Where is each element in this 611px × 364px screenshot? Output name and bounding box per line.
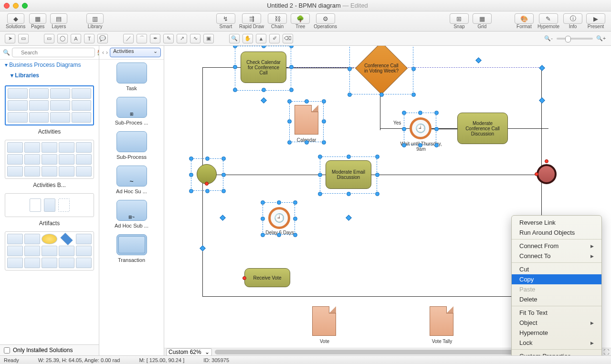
zoom-in-icon[interactable]: 🔍+ — [596, 34, 606, 43]
bpmn-task-moderate-call[interactable]: Moderate Conference Call Discussion — [457, 113, 508, 144]
toolbar-layers[interactable]: ▤Layers — [50, 13, 67, 29]
toolbar-tree[interactable]: 🌳Tree — [291, 13, 310, 29]
fit-page-icon[interactable]: ⛶ — [601, 349, 611, 355]
only-installed-checkbox[interactable]: Only Installed Solutions — [0, 344, 99, 355]
toolbar-library[interactable]: ▥Library — [86, 13, 104, 29]
shape-adhoc-sub[interactable]: ⊞~Ad Hoc Sub ... — [99, 197, 164, 231]
zoom-slider[interactable] — [557, 38, 593, 40]
zoom-dropdown[interactable]: Custom 62%⌄ — [166, 348, 212, 356]
lasso-tool-icon[interactable]: ▭ — [18, 34, 29, 43]
arc-tool-icon[interactable]: ⌒ — [137, 34, 147, 43]
tree-icon: 🌳 — [291, 13, 310, 24]
toolbar-info[interactable]: ⓘInfo — [563, 13, 582, 29]
ctx-connect-to[interactable]: Connect To — [512, 251, 601, 261]
text-tool-icon[interactable]: A — [71, 34, 81, 43]
bpmn-task-receive-vote[interactable]: Receive Vote — [244, 268, 290, 287]
canvas-scrollbar-h[interactable] — [215, 350, 544, 354]
bpmn-end-event[interactable] — [537, 164, 557, 184]
toolbar-hypernote[interactable]: ✎Hypernote — [537, 13, 559, 29]
status-id: ID: 305975 — [203, 357, 229, 363]
solutions-icon: ◆ — [7, 13, 24, 24]
lib-label-artifacts: Artifacts — [5, 220, 94, 227]
stamp-tool-icon[interactable]: ▲ — [256, 34, 266, 43]
only-installed-input[interactable] — [4, 347, 10, 354]
toolbar-present[interactable]: ▶Present — [586, 13, 605, 29]
ctx-lock[interactable]: Lock — [512, 338, 601, 348]
ctx-custom-properties[interactable]: Custom Properties... — [512, 351, 601, 355]
callout-tool-icon[interactable]: 💬 — [97, 34, 108, 43]
shape-subprocess[interactable]: Sub-Process — [99, 128, 164, 163]
grid-icon: ▦ — [473, 13, 492, 24]
toolbar-pages[interactable]: ▦Pages — [29, 13, 46, 29]
toolbar-grid[interactable]: ▦Grid — [473, 13, 492, 29]
toolbar-format[interactable]: 🎨Format — [515, 13, 534, 29]
close-icon[interactable] — [4, 3, 10, 9]
ctx-paste: Paste — [512, 284, 601, 294]
pencil-tool-icon[interactable]: ✎ — [163, 34, 174, 43]
pen-tool-icon[interactable]: ✒ — [150, 34, 160, 43]
window-title: Untitled 2 - BPMN diagram — Edited — [28, 2, 607, 9]
tool-strip: ➤ ▭ ▭ ◯ A T 💬 ／ ⌒ ✒ ✎ ↗ ∿ ▣ 🔍 ✋ ▲ ✐ ⌫ 🔍-… — [0, 31, 611, 46]
bpmn-doc-calendar[interactable] — [295, 105, 318, 135]
zoom-out-icon[interactable]: 🔍- — [543, 34, 554, 43]
pointer-tool-icon[interactable]: ➤ — [5, 34, 15, 43]
bpmn-doc-vote[interactable] — [312, 306, 336, 336]
bpmn-timer-delay[interactable] — [268, 207, 290, 229]
shape-transaction[interactable]: Transaction — [99, 231, 164, 266]
hand-tool-icon[interactable]: ✋ — [242, 34, 253, 43]
toolbar-rapid-draw[interactable]: ⇶Rapid Draw — [239, 13, 264, 29]
shape-subprocess-collapsed[interactable]: ⊞Sub-Proces ... — [99, 94, 164, 128]
ctx-fit-to-text[interactable]: Fit To Text — [512, 308, 601, 318]
search-input[interactable] — [12, 48, 95, 57]
bpmn-task-moderate-email[interactable]: Moderate Email Discussion — [326, 160, 371, 189]
status-ready: Ready — [4, 357, 19, 363]
ctx-connect-from[interactable]: Connect From — [512, 241, 601, 251]
ctx-copy[interactable]: Copy — [512, 274, 601, 284]
context-menu: Reverse Link Run Around Objects Connect … — [511, 215, 602, 355]
shape-adhoc-collapsed[interactable]: ~Ad Hoc Su ... — [99, 163, 164, 197]
nav-back-icon[interactable]: ‹ — [102, 49, 104, 56]
canvas-wrap: Check Calendar for Conference Call Confe… — [164, 46, 611, 355]
line-tool-icon[interactable]: ／ — [123, 34, 134, 43]
lib-card-artifacts-1[interactable] — [5, 193, 94, 217]
maximize-icon[interactable] — [22, 3, 28, 9]
ctx-object[interactable]: Object — [512, 318, 601, 328]
toolbar-operations[interactable]: ⚙Operations — [314, 13, 337, 29]
minimize-icon[interactable] — [13, 3, 19, 9]
textbox-tool-icon[interactable]: T — [84, 34, 95, 43]
nav-fwd-icon[interactable]: › — [106, 49, 108, 56]
shapes-category-select[interactable]: Activities ⌄ — [110, 48, 161, 57]
eyedropper-tool-icon[interactable]: ✐ — [269, 34, 280, 43]
spline-tool-icon[interactable]: ∿ — [190, 34, 200, 43]
pages-icon: ▦ — [29, 13, 46, 24]
ctx-delete[interactable]: Delete — [512, 294, 601, 304]
toolbar-smart[interactable]: ↯Smart — [216, 13, 235, 29]
toolbar-snap[interactable]: ⊞Snap — [450, 13, 469, 29]
rapid-draw-icon: ⇶ — [242, 13, 261, 24]
toolbar-chain[interactable]: ⛓Chain — [268, 13, 287, 29]
ctx-hypernote[interactable]: Hypernote — [512, 328, 601, 338]
data-tool-icon[interactable]: ▣ — [203, 34, 214, 43]
lib-card-activities[interactable] — [5, 85, 94, 125]
bpmn-start-event[interactable] — [197, 164, 217, 184]
bpmn-decision-conf-week[interactable]: Conference Call in Voting Week? — [355, 46, 408, 94]
window-controls — [4, 3, 28, 9]
shape-task[interactable]: Task — [99, 60, 164, 94]
ctx-run-around[interactable]: Run Around Objects — [512, 228, 601, 238]
tree-libraries[interactable]: ▾ Libraries — [0, 70, 99, 81]
bpmn-task-check-calendar[interactable]: Check Calendar for Conference Call — [241, 52, 286, 83]
toolbar-solutions[interactable]: ◆Solutions — [6, 13, 25, 29]
eraser-tool-icon[interactable]: ⌫ — [283, 34, 293, 43]
lib-card-extra[interactable] — [5, 231, 94, 270]
lib-card-activities-b[interactable] — [5, 140, 94, 179]
rect-tool-icon[interactable]: ▭ — [44, 34, 54, 43]
tree-root[interactable]: ▾ Business Process Diagrams — [0, 60, 99, 70]
main-toolbar: ◆Solutions ▦Pages ▤Layers ▥Library ↯Smar… — [0, 11, 611, 31]
ctx-reverse-link[interactable]: Reverse Link — [512, 218, 601, 228]
connector-tool-icon[interactable]: ↗ — [177, 34, 187, 43]
bpmn-doc-vote-tally[interactable] — [430, 306, 453, 336]
ctx-cut[interactable]: Cut — [512, 264, 601, 274]
zoom-tool-icon[interactable]: 🔍 — [229, 34, 240, 43]
bpmn-timer-wait-thurs[interactable] — [410, 117, 432, 139]
ellipse-tool-icon[interactable]: ◯ — [57, 34, 68, 43]
